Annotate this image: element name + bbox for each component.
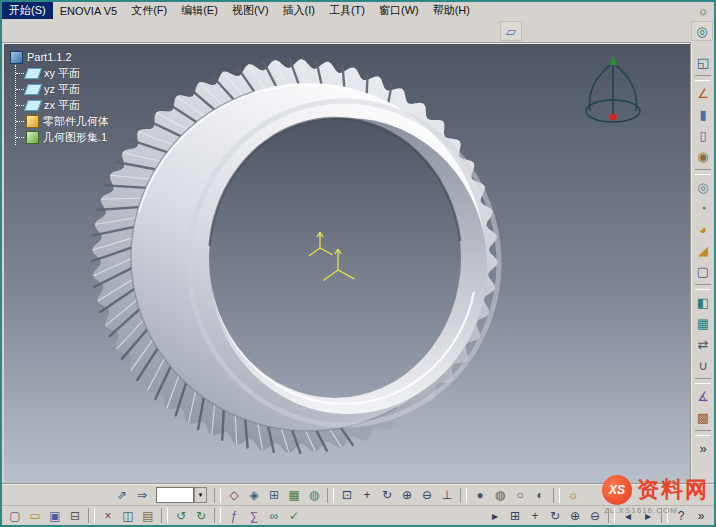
toolbar-separator — [695, 378, 711, 384]
exit-workbench-icon[interactable]: ◱ — [693, 53, 713, 72]
cut-icon[interactable]: × — [98, 507, 118, 525]
save-icon[interactable]: ▣ — [45, 507, 65, 525]
hole-icon[interactable]: ◎ — [693, 178, 713, 197]
power-input-combo-input[interactable] — [156, 487, 194, 503]
tree-item[interactable]: zx 平面 — [16, 97, 109, 113]
menubar: 开始(S)ENOVIA V5文件(F)编辑(E)视图(V)插入(I)工具(T)窗… — [2, 2, 714, 20]
compass-up-arrow — [609, 56, 617, 65]
menu-item-帮助(H)[interactable]: 帮助(H) — [426, 2, 477, 19]
undo-icon[interactable]: ↺ — [171, 507, 191, 525]
chamfer-icon[interactable]: ◢ — [693, 241, 713, 260]
toolbar-separator — [695, 430, 711, 436]
zoom-out-icon[interactable]: ⊖ — [417, 486, 437, 504]
menu-item-窗口(W)[interactable]: 窗口(W) — [372, 2, 426, 19]
redo-icon[interactable]: ↻ — [191, 507, 211, 525]
plane-icon — [24, 84, 42, 95]
shading-edges-icon[interactable]: ◍ — [490, 486, 510, 504]
hide-show-icon[interactable]: ◐ — [530, 486, 550, 504]
open-icon[interactable]: ▭ — [25, 507, 45, 525]
workbench-icon[interactable]: ◎ — [691, 21, 713, 41]
toolbar-separator — [695, 75, 711, 81]
tree-root[interactable]: Part1.1.2 — [10, 49, 109, 65]
shading-icon[interactable]: ● — [470, 486, 490, 504]
watermark-logo-icon: XS — [602, 475, 632, 505]
viewport-3d[interactable]: Part1.1.2 xy 平面yz 平面zx 平面零部件几何体几何图形集.1 — [4, 42, 690, 483]
tree-item[interactable]: yz 平面 — [16, 81, 109, 97]
select-arrow-icon[interactable]: ▸ — [485, 507, 505, 525]
rotate-alt-icon[interactable]: ↻ — [545, 507, 565, 525]
power-input-combo-dropdown-icon[interactable]: ▾ — [194, 487, 207, 503]
translate-icon[interactable]: ⇄ — [693, 335, 713, 354]
sketch-tracer-icon[interactable]: ▱ — [500, 21, 522, 41]
settings-gear-icon[interactable]: ☼ — [695, 3, 711, 18]
pad-icon[interactable]: ▮ — [693, 105, 713, 124]
rib-icon[interactable]: ◔ — [693, 199, 713, 218]
sum-icon[interactable]: ∑ — [244, 507, 264, 525]
menu-item-视图(V)[interactable]: 视图(V) — [225, 2, 276, 19]
power-input-combo[interactable]: ▾ — [156, 487, 207, 503]
toolbar-separator — [460, 488, 467, 503]
fillet-icon[interactable]: ◕ — [693, 220, 713, 239]
pan-icon[interactable]: + — [357, 486, 377, 504]
fly-mode-icon[interactable]: ⇗ — [112, 486, 132, 504]
zoom-area-icon[interactable]: ⊞ — [505, 507, 525, 525]
watermark-row: XS 资料网 — [602, 475, 709, 505]
check-icon[interactable]: ✓ — [284, 507, 304, 525]
toolbar-separator — [214, 488, 221, 503]
tree-children: xy 平面yz 平面zx 平面零部件几何体几何图形集.1 — [15, 65, 109, 145]
normal-view-icon[interactable]: ⊥ — [437, 486, 457, 504]
globe-icon[interactable]: ◍ — [304, 486, 324, 504]
tree-item[interactable]: 零部件几何体 — [16, 113, 109, 129]
wireframe-icon[interactable]: ○ — [510, 486, 530, 504]
geometric-set-icon — [26, 131, 39, 144]
pattern-icon[interactable]: ▦ — [693, 314, 713, 333]
iso-view-icon[interactable]: ◈ — [244, 486, 264, 504]
material-icon[interactable]: ▩ — [693, 408, 713, 427]
measure-icon[interactable]: ∡ — [693, 387, 713, 406]
new-document-icon[interactable]: ▢ — [5, 507, 25, 525]
fit-all-icon[interactable]: ⊡ — [337, 486, 357, 504]
compass-anchor-dot[interactable] — [610, 114, 617, 121]
multi-view-icon[interactable]: ⊞ — [264, 486, 284, 504]
grid-icon[interactable]: ▦ — [284, 486, 304, 504]
menu-item-开始(S)[interactable]: 开始(S) — [2, 2, 53, 19]
formula-icon[interactable]: ƒ — [224, 507, 244, 525]
menu-item-文件(F)[interactable]: 文件(F) — [124, 2, 174, 19]
shaft-icon[interactable]: ◉ — [693, 147, 713, 166]
menu-item-工具(T)[interactable]: 工具(T) — [322, 2, 372, 19]
pocket-icon[interactable]: ▯ — [693, 126, 713, 145]
zoom-in-icon[interactable]: ⊕ — [397, 486, 417, 504]
toolbar-separator — [161, 508, 168, 523]
toolbar-separator — [553, 488, 560, 503]
toolbar-separator — [695, 169, 711, 175]
boolean-icon[interactable]: ∪ — [693, 356, 713, 375]
tree-item[interactable]: xy 平面 — [16, 65, 109, 81]
paste-icon[interactable]: ▤ — [138, 507, 158, 525]
sketcher-icon[interactable]: ∠ — [693, 84, 713, 103]
compass[interactable] — [582, 55, 644, 133]
copy-icon[interactable]: ◫ — [118, 507, 138, 525]
mirror-icon[interactable]: ◧ — [693, 293, 713, 312]
tree-root-label: Part1.1.2 — [27, 51, 72, 63]
menubar-items: 开始(S)ENOVIA V5文件(F)编辑(E)视图(V)插入(I)工具(T)窗… — [2, 2, 477, 19]
top-toolbar: ▱◎ — [2, 19, 714, 44]
right-toolbar: ◱∠▮▯◉◎◔◕◢▢◧▦⇄∪∡▩» — [690, 42, 714, 483]
walk-mode-icon[interactable]: ⇒ — [132, 486, 152, 504]
tree-item[interactable]: 几何图形集.1 — [16, 129, 109, 145]
link-icon[interactable]: ∞ — [264, 507, 284, 525]
shell-icon[interactable]: ▢ — [693, 262, 713, 281]
toolbar-overflow-down-icon[interactable]: » — [693, 439, 713, 458]
menu-item-插入(I)[interactable]: 插入(I) — [276, 2, 322, 19]
print-icon[interactable]: ⊟ — [65, 507, 85, 525]
zoom-in-alt-icon[interactable]: ⊕ — [565, 507, 585, 525]
compass-tool-icon[interactable]: ◇ — [224, 486, 244, 504]
rotate-icon[interactable]: ↻ — [377, 486, 397, 504]
toolbar-separator — [695, 284, 711, 290]
pan-alt-icon[interactable]: + — [525, 507, 545, 525]
plane-icon — [24, 100, 42, 111]
catia-window: 开始(S)ENOVIA V5文件(F)编辑(E)视图(V)插入(I)工具(T)窗… — [0, 0, 716, 527]
light-icon[interactable]: ☼ — [563, 486, 583, 504]
watermark-subtitle: ZL.XS1616.COM — [604, 506, 678, 515]
menu-item-编辑(E)[interactable]: 编辑(E) — [174, 2, 225, 19]
menu-item-ENOVIA V5[interactable]: ENOVIA V5 — [53, 2, 124, 19]
